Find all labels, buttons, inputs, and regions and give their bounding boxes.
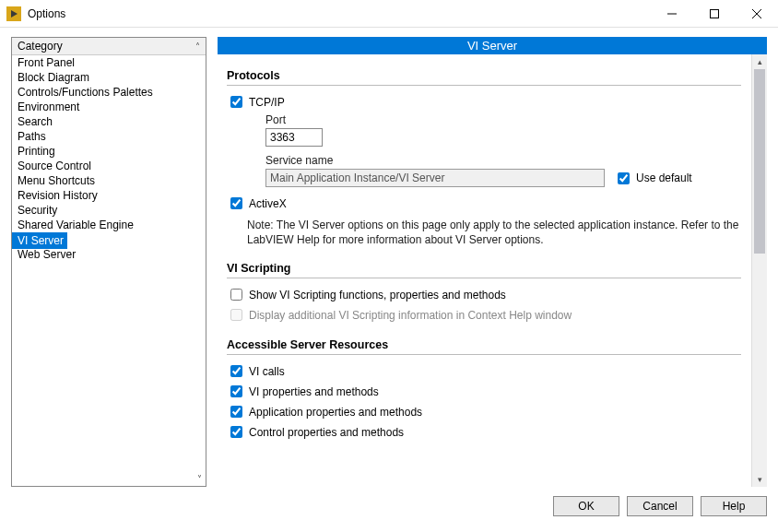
category-item[interactable]: Search — [12, 114, 58, 129]
protocols-note: Note: The VI Server options on this page… — [247, 218, 741, 247]
port-label: Port — [265, 113, 741, 126]
divider — [227, 85, 741, 86]
window-title: Options — [28, 7, 65, 20]
display-scripting-label: Display additional VI Scripting informat… — [249, 309, 572, 322]
chevron-down-icon: ˅ — [197, 474, 202, 484]
category-item[interactable]: Printing — [12, 144, 61, 159]
category-item[interactable]: Paths — [12, 129, 52, 144]
ok-button[interactable]: OK — [553, 496, 619, 516]
cancel-button[interactable]: Cancel — [627, 496, 693, 516]
scroll-up-arrow-icon[interactable]: ▴ — [752, 54, 767, 69]
category-item[interactable]: Shared Variable Engine — [12, 218, 139, 232]
titlebar: Options — [0, 0, 778, 28]
window-buttons — [651, 0, 778, 28]
category-header-label: Category — [18, 40, 63, 53]
help-button[interactable]: Help — [701, 496, 767, 516]
resource-label: Application properties and methods — [249, 406, 422, 419]
display-scripting-checkbox — [230, 309, 242, 321]
use-default-checkbox[interactable] — [618, 172, 630, 184]
category-item[interactable]: Web Server — [12, 247, 81, 262]
svg-rect-3 — [711, 9, 719, 18]
show-scripting-label: Show VI Scripting functions, properties … — [249, 289, 506, 301]
category-item[interactable]: Controls/Functions Palettes — [12, 85, 159, 100]
resource-checkbox[interactable] — [230, 426, 242, 438]
main-panel: VI Server Protocols TCP/IP Port Service … — [218, 37, 767, 487]
resource-label: VI properties and methods — [249, 385, 379, 398]
chevron-up-icon: ˄ — [195, 41, 200, 52]
service-name-input[interactable] — [265, 169, 605, 187]
activex-label: ActiveX — [249, 197, 287, 210]
category-list[interactable]: Front PanelBlock DiagramControls/Functio… — [12, 55, 206, 486]
resource-label: Control properties and methods — [249, 426, 404, 439]
dialog-footer: OK Cancel Help — [0, 491, 778, 527]
close-button[interactable] — [736, 0, 778, 28]
resource-label: VI calls — [249, 365, 285, 378]
category-item[interactable]: Menu Shortcuts — [12, 173, 100, 188]
port-input[interactable] — [265, 128, 323, 147]
maximize-button[interactable] — [693, 0, 736, 28]
activex-checkbox[interactable] — [230, 197, 242, 209]
resource-checkbox[interactable] — [230, 365, 242, 377]
service-name-label: Service name — [265, 154, 741, 167]
section-protocols-title: Protocols — [227, 69, 741, 82]
tcpip-checkbox[interactable] — [230, 96, 242, 108]
scroll-thumb[interactable] — [754, 69, 765, 254]
section-resources-title: Accessible Server Resources — [227, 338, 741, 351]
category-header[interactable]: Category ˄ — [12, 38, 206, 55]
divider — [227, 278, 741, 278]
scroll-area: Protocols TCP/IP Port Service name — [218, 54, 767, 487]
category-panel: Category ˄ Front PanelBlock DiagramContr… — [11, 37, 206, 487]
use-default-label: Use default — [636, 171, 692, 184]
category-item[interactable]: Source Control — [12, 159, 97, 173]
app-icon — [6, 6, 22, 22]
category-item[interactable]: Revision History — [12, 188, 103, 203]
page-header: VI Server — [218, 37, 767, 54]
minimize-button[interactable] — [651, 0, 693, 28]
category-item[interactable]: Front Panel — [12, 55, 80, 70]
vertical-scrollbar[interactable]: ▴ ▾ — [751, 54, 767, 487]
show-scripting-checkbox[interactable] — [230, 289, 242, 301]
resource-checkbox[interactable] — [230, 406, 242, 418]
section-scripting-title: VI Scripting — [227, 262, 741, 275]
category-item[interactable]: Environment — [12, 100, 85, 114]
category-item[interactable]: Security — [12, 203, 63, 218]
tcpip-label: TCP/IP — [249, 96, 285, 109]
category-item[interactable]: Block Diagram — [12, 70, 95, 85]
resource-checkbox[interactable] — [230, 385, 242, 397]
divider — [227, 354, 741, 355]
scroll-down-arrow-icon[interactable]: ▾ — [752, 472, 767, 487]
